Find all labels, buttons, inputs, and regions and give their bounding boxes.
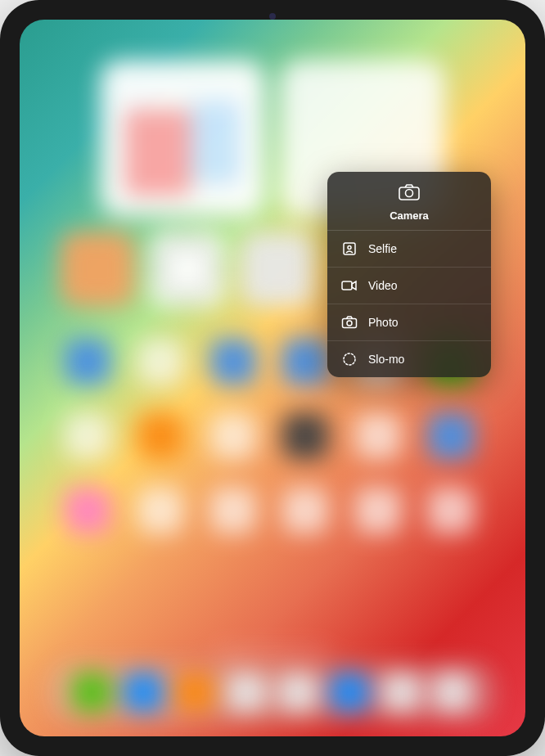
svg-rect-4	[342, 281, 352, 290]
menu-title: Camera	[390, 209, 429, 222]
slomo-icon	[340, 350, 358, 368]
app-icon	[137, 488, 183, 533]
menu-item-video[interactable]: Video	[327, 268, 491, 304]
video-icon	[340, 277, 358, 295]
menu-item-label: Slo-mo	[368, 353, 404, 366]
menu-item-label: Photo	[368, 316, 399, 329]
dock-app-icon	[330, 673, 369, 712]
screen: Camera Selfie	[20, 20, 525, 736]
app-icon	[210, 339, 256, 385]
dock-app-icon	[278, 673, 318, 712]
home-indicator	[215, 650, 330, 655]
menu-item-selfie[interactable]: Selfie	[327, 231, 491, 268]
svg-point-3	[348, 246, 351, 250]
app-icon	[282, 413, 328, 459]
ipad-frame: Camera Selfie	[0, 0, 545, 756]
dock-app-icon	[381, 673, 421, 712]
menu-item-label: Selfie	[368, 242, 397, 255]
menu-header[interactable]: Camera	[327, 172, 491, 231]
camera-context-menu: Camera Selfie	[327, 172, 491, 377]
dock-app-icon	[227, 673, 266, 712]
svg-point-6	[347, 321, 352, 326]
app-icon	[137, 413, 183, 459]
app-icon	[65, 488, 110, 533]
dock-app-icon	[176, 673, 215, 712]
widget-small	[61, 232, 134, 306]
app-icon	[355, 413, 401, 459]
app-icon	[428, 488, 474, 533]
dock-app-icon	[124, 673, 164, 712]
portrait-icon	[340, 240, 358, 258]
svg-rect-5	[343, 319, 357, 328]
menu-item-label: Video	[368, 279, 398, 292]
camera-icon	[340, 313, 358, 331]
calendar-widget	[101, 61, 264, 216]
svg-point-7	[344, 353, 355, 365]
app-icon	[210, 413, 256, 459]
dock-app-icon	[73, 673, 112, 712]
dock-app-icon	[433, 673, 472, 712]
app-icon	[137, 339, 183, 385]
clock-widget	[151, 232, 224, 306]
widget-small	[241, 232, 314, 306]
app-icon	[282, 488, 328, 533]
app-icon	[355, 488, 401, 533]
app-icon	[210, 488, 256, 533]
camera-icon	[398, 183, 421, 205]
app-icon	[65, 413, 110, 459]
menu-item-slomo[interactable]: Slo-mo	[327, 341, 491, 377]
menu-item-photo[interactable]: Photo	[327, 304, 491, 341]
blurred-homescreen	[20, 20, 525, 736]
app-icon	[428, 413, 474, 459]
app-icon	[282, 339, 328, 385]
front-camera	[269, 13, 276, 20]
app-icon	[65, 339, 110, 385]
dock	[50, 663, 495, 722]
svg-point-1	[406, 190, 413, 197]
